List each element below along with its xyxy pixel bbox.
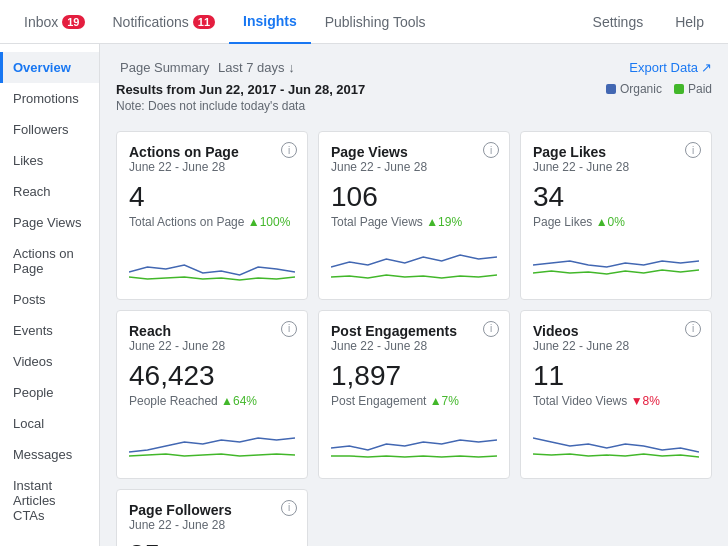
sidebar-item-followers-label: Followers (13, 122, 69, 137)
sidebar-item-posts[interactable]: Posts (0, 284, 99, 315)
sidebar-item-page-views-label: Page Views (13, 215, 81, 230)
actions-change: ▲100% (248, 215, 291, 229)
nav-help[interactable]: Help (661, 0, 718, 44)
sidebar-item-videos-label: Videos (13, 354, 53, 369)
nav-insights[interactable]: Insights (229, 0, 311, 44)
card-page-likes-sub: Page Likes ▲0% (533, 215, 699, 229)
card-post-engagements-date: June 22 - June 28 (331, 339, 497, 353)
card-actions-value: 4 (129, 182, 295, 213)
info-icon-reach[interactable]: i (281, 321, 297, 337)
card-reach-date: June 22 - June 28 (129, 339, 295, 353)
chart-legend: Organic Paid (606, 82, 712, 96)
page-views-change: ▲19% (426, 215, 462, 229)
sidebar-item-videos[interactable]: Videos (0, 346, 99, 377)
cards-grid: i Actions on Page June 22 - June 28 4 To… (116, 131, 712, 479)
nav-settings-label: Settings (593, 14, 644, 30)
card-page-likes-value: 34 (533, 182, 699, 213)
sidebar-item-local-label: Local (13, 416, 44, 431)
card-videos-chart (533, 416, 699, 466)
organic-dot (606, 84, 616, 94)
card-page-followers-date: June 22 - June 28 (129, 518, 295, 532)
sidebar-item-messages-label: Messages (13, 447, 72, 462)
card-videos-sub: Total Video Views ▼8% (533, 394, 699, 408)
sidebar-item-likes-label: Likes (13, 153, 43, 168)
sidebar-item-events-label: Events (13, 323, 53, 338)
card-videos: i Videos June 22 - June 28 11 Total Vide… (520, 310, 712, 479)
paid-dot (674, 84, 684, 94)
card-actions-date: June 22 - June 28 (129, 160, 295, 174)
sidebar-item-overview-label: Overview (13, 60, 71, 75)
export-data-button[interactable]: Export Data ↗ (629, 60, 712, 75)
card-videos-date: June 22 - June 28 (533, 339, 699, 353)
info-icon-page-views[interactable]: i (483, 142, 499, 158)
nav-publishing-tools[interactable]: Publishing Tools (311, 0, 440, 44)
sidebar-item-instant-articles-label: Instant Articles CTAs (13, 478, 56, 523)
card-actions-on-page: i Actions on Page June 22 - June 28 4 To… (116, 131, 308, 300)
sidebar-item-overview[interactable]: Overview (0, 52, 99, 83)
nav-inbox-label: Inbox (24, 14, 58, 30)
date-range-label[interactable]: Last 7 days ↓ (218, 60, 295, 75)
sidebar-item-likes[interactable]: Likes (0, 145, 99, 176)
page-summary-title: Page Summary Last 7 days ↓ (116, 58, 295, 76)
nav-settings[interactable]: Settings (579, 0, 658, 44)
reach-change: ▲64% (221, 394, 257, 408)
layout: Overview Promotions Followers Likes Reac… (0, 44, 728, 546)
sidebar-item-actions-label: Actions on Page (13, 246, 74, 276)
card-reach-title: Reach (129, 323, 295, 339)
card-page-views-date: June 22 - June 28 (331, 160, 497, 174)
date-info-block: Results from Jun 22, 2017 - Jun 28, 2017… (116, 82, 365, 123)
info-icon-followers[interactable]: i (281, 500, 297, 516)
sidebar-item-instant-articles[interactable]: Instant Articles CTAs (0, 470, 99, 531)
info-icon-post-engagements[interactable]: i (483, 321, 499, 337)
card-actions-chart (129, 237, 295, 287)
page-summary-label: Page Summary (120, 60, 210, 75)
paid-label: Paid (688, 82, 712, 96)
card-page-followers-title: Page Followers (129, 502, 295, 518)
main-header: Page Summary Last 7 days ↓ Export Data ↗ (116, 58, 712, 76)
cards-bottom: i Page Followers June 22 - June 28 35 Pa… (116, 489, 712, 546)
sidebar-item-promotions[interactable]: Promotions (0, 83, 99, 114)
info-icon-page-likes[interactable]: i (685, 142, 701, 158)
card-post-engagements: i Post Engagements June 22 - June 28 1,8… (318, 310, 510, 479)
card-page-views-chart (331, 237, 497, 287)
notifications-badge: 11 (193, 15, 215, 29)
card-post-engagements-title: Post Engagements (331, 323, 497, 339)
sidebar-item-reach[interactable]: Reach (0, 176, 99, 207)
card-reach-chart (129, 416, 295, 466)
sidebar-item-followers[interactable]: Followers (0, 114, 99, 145)
inbox-badge: 19 (62, 15, 84, 29)
legend-organic: Organic (606, 82, 662, 96)
nav-insights-label: Insights (243, 13, 297, 29)
info-icon-actions[interactable]: i (281, 142, 297, 158)
sidebar-item-local[interactable]: Local (0, 408, 99, 439)
export-data-label: Export Data (629, 60, 698, 75)
nav-notifications[interactable]: Notifications 11 (99, 0, 230, 44)
card-page-followers: i Page Followers June 22 - June 28 35 Pa… (116, 489, 308, 546)
sidebar-item-page-views[interactable]: Page Views (0, 207, 99, 238)
card-page-likes-date: June 22 - June 28 (533, 160, 699, 174)
sidebar-item-people-label: People (13, 385, 53, 400)
sidebar-item-actions[interactable]: Actions on Page (0, 238, 99, 284)
card-post-engagements-sub: Post Engagement ▲7% (331, 394, 497, 408)
card-post-engagements-value: 1,897 (331, 361, 497, 392)
export-icon: ↗ (701, 60, 712, 75)
card-page-likes-title: Page Likes (533, 144, 699, 160)
main-content: Page Summary Last 7 days ↓ Export Data ↗… (100, 44, 728, 546)
card-videos-value: 11 (533, 361, 699, 392)
sidebar-item-promotions-label: Promotions (13, 91, 79, 106)
info-icon-videos[interactable]: i (685, 321, 701, 337)
card-actions-title: Actions on Page (129, 144, 295, 160)
sidebar: Overview Promotions Followers Likes Reac… (0, 44, 100, 546)
card-page-views-value: 106 (331, 182, 497, 213)
card-page-followers-value: 35 (129, 540, 295, 546)
card-page-views-sub: Total Page Views ▲19% (331, 215, 497, 229)
nav-inbox[interactable]: Inbox 19 (10, 0, 99, 44)
card-reach-sub: People Reached ▲64% (129, 394, 295, 408)
sidebar-item-messages[interactable]: Messages (0, 439, 99, 470)
card-videos-title: Videos (533, 323, 699, 339)
nav-help-label: Help (675, 14, 704, 30)
card-page-likes: i Page Likes June 22 - June 28 34 Page L… (520, 131, 712, 300)
sidebar-item-reach-label: Reach (13, 184, 51, 199)
sidebar-item-people[interactable]: People (0, 377, 99, 408)
sidebar-item-events[interactable]: Events (0, 315, 99, 346)
